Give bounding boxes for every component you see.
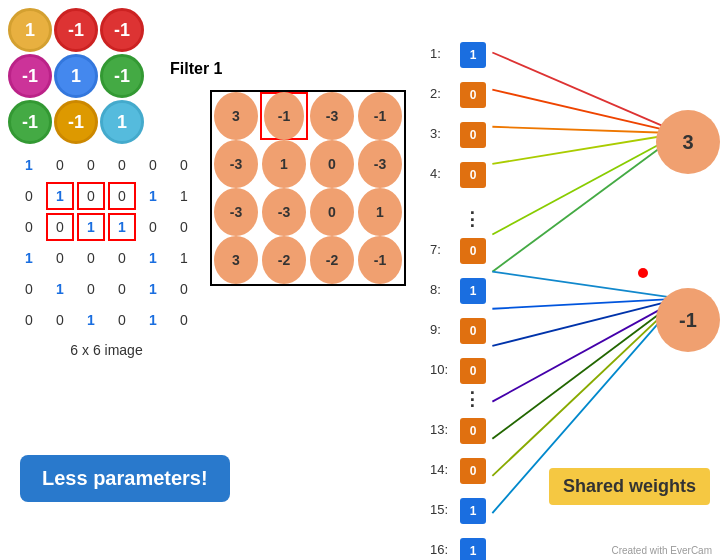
matrix-cell-4-0: 0	[15, 275, 43, 303]
ellipsis-1: ⋮	[463, 388, 481, 410]
input-node-0: 1	[460, 42, 486, 68]
matrix-cell-1-0: 0	[15, 182, 43, 210]
matrix-cell-4-extra: 0	[170, 275, 198, 303]
filter-cell-3: -1	[8, 54, 52, 98]
matrix-cell-2-4: 0	[139, 213, 167, 241]
nn-connection	[492, 272, 680, 299]
nn-connection	[492, 90, 680, 134]
conv-cell-9: -3	[262, 188, 306, 236]
conv-cell-wrapper-11: 1	[356, 188, 404, 236]
conv-cell-15: -1	[358, 236, 402, 284]
conv-cell-wrapper-10: 0	[308, 188, 356, 236]
filter-grid: 1-1-1-11-1-1-11	[8, 8, 144, 144]
nn-connection	[492, 133, 680, 271]
matrix-cell-5-2: 1	[77, 306, 105, 334]
matrix-cell-3-4: 1	[139, 244, 167, 272]
matrix-cell-1-4: 1	[139, 182, 167, 210]
input-label-11: 16:	[430, 542, 448, 557]
nn-connection	[492, 299, 680, 439]
conv-cell-wrapper-12: 3	[212, 236, 260, 284]
conv-cell-12: 3	[214, 236, 258, 284]
evercam-credit: Created with EverCam	[611, 545, 712, 556]
conv-cell-wrapper-4: -3	[212, 140, 260, 188]
conv-cell-wrapper-2: -3	[308, 92, 356, 140]
conv-cell-14: -2	[310, 236, 354, 284]
filter1-label: Filter 1	[170, 60, 222, 78]
conv-cell-wrapper-8: -3	[212, 188, 260, 236]
ellipsis-0: ⋮	[463, 208, 481, 230]
input-node-1: 0	[460, 82, 486, 108]
input-label-6: 9:	[430, 322, 441, 337]
matrix-cell-4-4: 1	[139, 275, 167, 303]
matrix-cell-5-1: 0	[46, 306, 74, 334]
nn-connection	[492, 299, 680, 476]
input-node-9: 0	[460, 458, 486, 484]
input-node-10: 1	[460, 498, 486, 524]
matrix-cell-0-0: 1	[15, 151, 43, 179]
matrix-cell-1-1: 1	[46, 182, 74, 210]
matrix-cell-3-1: 0	[46, 244, 74, 272]
input-node-7: 0	[460, 358, 486, 384]
conv-cell-4: -3	[214, 140, 258, 188]
nn-connection	[492, 133, 680, 234]
input-node-4: 0	[460, 238, 486, 264]
filter-cell-7: -1	[54, 100, 98, 144]
matrix-cell-4-1: 1	[46, 275, 74, 303]
filter-cell-6: -1	[8, 100, 52, 144]
matrix-cell-2-2: 1	[77, 213, 105, 241]
filter-cell-2: -1	[100, 8, 144, 52]
input-node-2: 0	[460, 122, 486, 148]
matrix-cell-1-extra: 1	[170, 182, 198, 210]
matrix-cell-3-2: 0	[77, 244, 105, 272]
conv-cell-5: 1	[262, 140, 306, 188]
conv-cell-11: 1	[358, 188, 402, 236]
conv-cell-wrapper-7: -3	[356, 140, 404, 188]
matrix-cell-0-extra: 0	[170, 151, 198, 179]
matrix-cell-3-3: 0	[108, 244, 136, 272]
shared-weights-label: Shared weights	[549, 468, 710, 505]
input-label-10: 15:	[430, 502, 448, 517]
less-params-button[interactable]: Less parameters!	[20, 455, 230, 502]
conv-cell-wrapper-9: -3	[260, 188, 308, 236]
input-label-9: 14:	[430, 462, 448, 477]
matrix-cell-5-extra: 0	[170, 306, 198, 334]
conv-cell-10: 0	[310, 188, 354, 236]
conv-cell-wrapper-6: 0	[308, 140, 356, 188]
input-label-3: 4:	[430, 166, 441, 181]
filter-cell-8: 1	[100, 100, 144, 144]
matrix-cell-0-4: 0	[139, 151, 167, 179]
conv-cell-1: -1	[264, 92, 304, 140]
nn-connection	[492, 53, 680, 134]
input-node-11: 1	[460, 538, 486, 560]
matrix-cell-2-0: 0	[15, 213, 43, 241]
conv-cell-wrapper-15: -1	[356, 236, 404, 284]
matrix-cell-1-3: 0	[108, 182, 136, 210]
matrix-cell-5-3: 0	[108, 306, 136, 334]
nn-section: 1:12:03:04:07:08:19:010:013:014:015:116:…	[430, 20, 720, 540]
matrix-cell-2-3: 1	[108, 213, 136, 241]
matrix-cell-2-1: 0	[46, 213, 74, 241]
matrix-cell-1-2: 0	[77, 182, 105, 210]
input-label-8: 13:	[430, 422, 448, 437]
conv-cell-wrapper-13: -2	[260, 236, 308, 284]
input-label-7: 10:	[430, 362, 448, 377]
matrix-cell-5-0: 0	[15, 306, 43, 334]
nn-connection	[492, 133, 680, 164]
image-matrix-label: 6 x 6 image	[12, 342, 201, 358]
filter-cell-4: 1	[54, 54, 98, 98]
conv-cell-wrapper-1: -1	[260, 92, 308, 140]
nn-connection	[492, 299, 680, 309]
matrix-cell-0-3: 0	[108, 151, 136, 179]
conv-cell-13: -2	[262, 236, 306, 284]
filter-cell-0: 1	[8, 8, 52, 52]
matrix-cell-2-extra: 0	[170, 213, 198, 241]
conv-cell-wrapper-5: 1	[260, 140, 308, 188]
conv-cell-0: 3	[214, 92, 258, 140]
red-dot	[638, 268, 648, 278]
matrix-cell-3-extra: 1	[170, 244, 198, 272]
nn-connection	[492, 299, 680, 346]
conv-cell-8: -3	[214, 188, 258, 236]
conv-cell-3: -1	[358, 92, 402, 140]
matrix-cell-5-4: 1	[139, 306, 167, 334]
conv-cell-wrapper-14: -2	[308, 236, 356, 284]
